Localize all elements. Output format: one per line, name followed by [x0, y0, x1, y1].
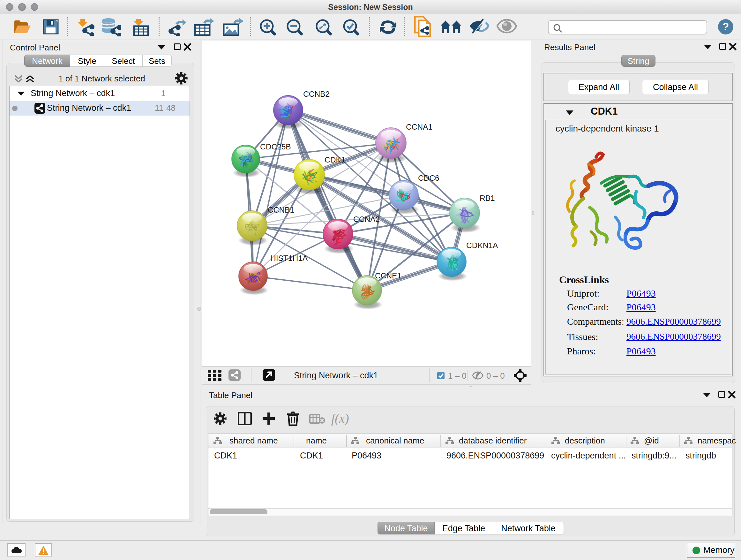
svg-text:CCNE1: CCNE1: [375, 271, 401, 280]
svg-text:CCNA2: CCNA2: [353, 215, 380, 224]
svg-text:CCNB2: CCNB2: [303, 90, 330, 98]
svg-text:RB1: RB1: [480, 194, 495, 202]
svg-text:CDK1: CDK1: [325, 155, 345, 164]
svg-text:CDC25B: CDC25B: [260, 142, 291, 151]
svg-text:CDKN1A: CDKN1A: [466, 241, 498, 250]
svg-text:?: ?: [723, 20, 729, 33]
svg-text:CCNB1: CCNB1: [268, 206, 294, 214]
svg-text:HIST1H1A: HIST1H1A: [270, 254, 308, 262]
svg-text:CCNA1: CCNA1: [406, 123, 432, 131]
svg-text:CDC6: CDC6: [418, 174, 440, 182]
